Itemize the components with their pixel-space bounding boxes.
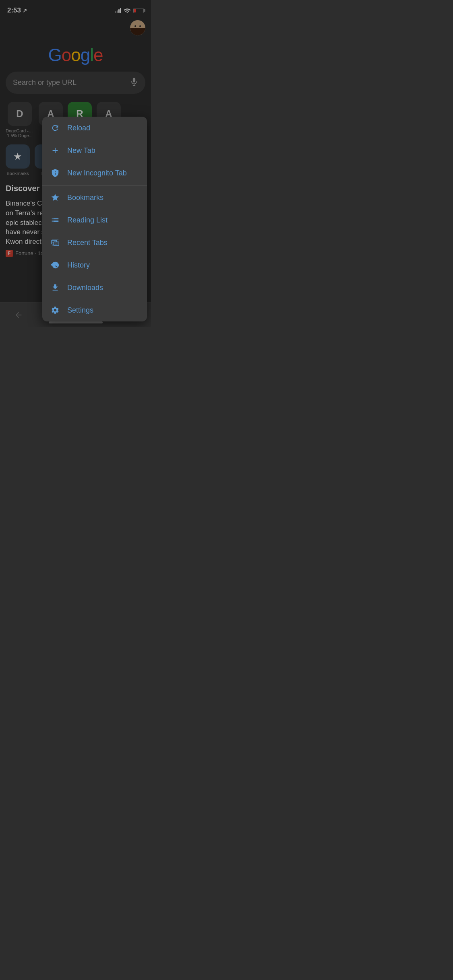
svg-rect-7: [54, 242, 59, 245]
new-tab-label: New Tab: [67, 146, 95, 155]
menu-item-history[interactable]: History: [42, 254, 147, 276]
home-indicator: [49, 321, 103, 323]
svg-point-5: [56, 173, 58, 174]
svg-point-4: [53, 173, 55, 174]
menu-item-downloads[interactable]: Downloads: [42, 276, 147, 299]
star-icon: [50, 193, 60, 202]
menu-item-reading-list[interactable]: Reading List: [42, 209, 147, 231]
reading-list-label: Reading List: [67, 216, 108, 224]
menu-item-settings[interactable]: Settings: [42, 299, 147, 321]
settings-icon: [50, 305, 60, 315]
history-icon: [50, 260, 60, 270]
recent-tabs-label: Recent Tabs: [67, 239, 108, 247]
reload-label: Reload: [67, 124, 90, 132]
menu-divider-1: [42, 185, 147, 185]
menu-item-reload[interactable]: Reload: [42, 117, 147, 139]
menu-item-new-tab[interactable]: New Tab: [42, 139, 147, 162]
dropdown-menu: Reload New Tab New Incognito Tab: [42, 117, 147, 321]
menu-item-incognito[interactable]: New Incognito Tab: [42, 162, 147, 184]
settings-label: Settings: [67, 306, 93, 315]
downloads-label: Downloads: [67, 284, 103, 292]
back-button[interactable]: [10, 306, 27, 324]
menu-item-recent-tabs[interactable]: Recent Tabs: [42, 231, 147, 254]
reading-list-icon: [50, 215, 60, 225]
history-label: History: [67, 261, 90, 270]
downloads-icon: [50, 283, 60, 292]
plus-icon: [50, 146, 60, 155]
bookmarks-label: Bookmarks: [67, 194, 103, 202]
incognito-icon: [50, 168, 60, 178]
reload-icon: [50, 123, 60, 133]
incognito-label: New Incognito Tab: [67, 169, 127, 177]
recent-tabs-icon: [50, 238, 60, 247]
menu-item-bookmarks[interactable]: Bookmarks: [42, 186, 147, 209]
